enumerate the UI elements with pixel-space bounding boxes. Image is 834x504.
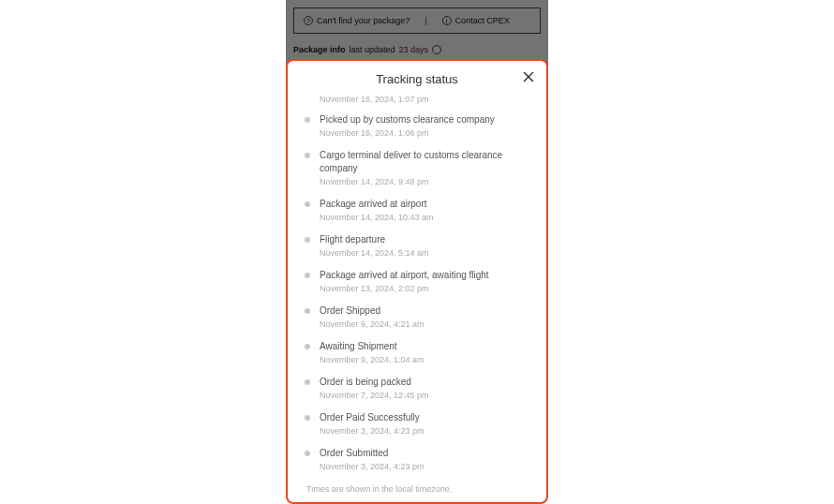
timezone-note: Times are shown in the local timezone.	[305, 482, 533, 499]
dot-icon	[305, 117, 310, 123]
dot-icon	[305, 201, 310, 207]
close-button[interactable]	[522, 70, 535, 83]
timeline-status: Order Shipped	[320, 304, 533, 318]
dot-icon	[305, 273, 310, 278]
modal-backdrop	[286, 0, 548, 66]
timeline-item: Order SubmittedNovember 3, 2024, 4:23 pm	[305, 447, 533, 482]
timeline-item: November 16, 2024, 1:07 pm	[305, 95, 533, 113]
timeline-date: November 13, 2024, 2:02 pm	[320, 284, 533, 293]
timeline-date: November 16, 2024, 1:07 pm	[320, 95, 533, 104]
timeline-status: Flight departure	[320, 233, 533, 246]
dot-icon	[305, 308, 310, 314]
timeline-status: Package arrived at airport, awaiting fli…	[320, 269, 533, 282]
dot-icon	[305, 451, 310, 456]
timeline-date: November 16, 2024, 1:06 pm	[320, 128, 533, 138]
timeline-status: Order Paid Successfully	[320, 411, 533, 424]
modal-title: Tracking status	[376, 72, 458, 86]
timeline-status: Order is being packed	[320, 376, 533, 389]
timeline-date: November 9, 2024, 1:04 am	[320, 355, 533, 364]
dot-icon	[305, 415, 310, 421]
timeline-item: Order is being packedNovember 7, 2024, 1…	[305, 376, 533, 411]
timeline-status: Cargo terminal deliver to customs cleara…	[320, 149, 533, 175]
close-icon	[523, 71, 534, 82]
timeline-date: November 14, 2024, 10:43 am	[320, 213, 533, 222]
timeline-item: Package arrived at airport, awaiting fli…	[305, 269, 533, 304]
dot-icon	[305, 344, 310, 349]
timeline-date: November 14, 2024, 9:48 pm	[320, 177, 533, 186]
timeline-list[interactable]: November 16, 2024, 1:07 pmPicked up by c…	[288, 95, 546, 502]
timeline-date: November 3, 2024, 4:23 pm	[320, 462, 533, 471]
timeline-item: Order Paid SuccessfullyNovember 3, 2024,…	[305, 411, 533, 447]
dot-icon	[305, 237, 310, 243]
timeline-status: Order Submitted	[320, 447, 533, 460]
timeline-item: Order ShippedNovember 9, 2024, 4:21 am	[305, 304, 533, 340]
timeline-item: Picked up by customs clearance companyNo…	[305, 113, 533, 149]
modal-header: Tracking status	[288, 61, 546, 95]
timeline-date: November 14, 2024, 5:14 am	[320, 248, 533, 258]
timeline-item: Flight departureNovember 14, 2024, 5:14 …	[305, 233, 533, 269]
timeline-status: Awaiting Shipment	[320, 340, 533, 353]
timeline-status: Picked up by customs clearance company	[320, 113, 533, 126]
timeline-date: November 9, 2024, 4:21 am	[320, 319, 533, 329]
dot-icon	[305, 153, 310, 158]
timeline-item: Awaiting ShipmentNovember 9, 2024, 1:04 …	[305, 340, 533, 376]
timeline-item: Package arrived at airportNovember 14, 2…	[305, 198, 533, 233]
dot-icon	[305, 379, 310, 385]
timeline-date: November 3, 2024, 4:23 pm	[320, 426, 533, 436]
tracking-status-modal: Tracking status November 16, 2024, 1:07 …	[286, 59, 548, 504]
timeline-item: Cargo terminal deliver to customs cleara…	[305, 149, 533, 198]
timeline-date: November 7, 2024, 12:45 pm	[320, 391, 533, 400]
timeline-status: Package arrived at airport	[320, 198, 533, 211]
